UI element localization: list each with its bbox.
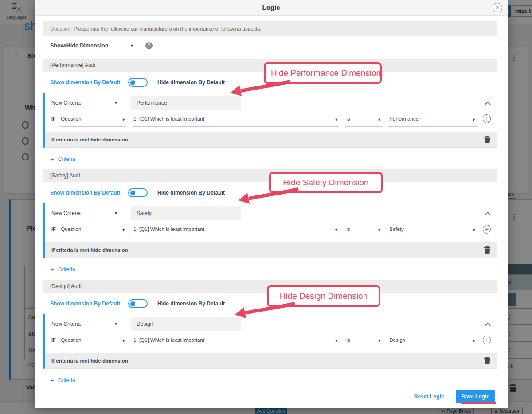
add-condition-icon[interactable]: +	[483, 225, 491, 234]
annotation-arrow	[229, 79, 292, 96]
source-type-dropdown[interactable]: Question▼	[60, 225, 126, 237]
save-button-underline-annotation	[461, 402, 496, 404]
if-label: IF	[51, 337, 60, 343]
value-dropdown[interactable]: Safety▼	[388, 225, 477, 237]
criteria-card: New Criteria▼ Design IF Question▼ 1. [Q1…	[43, 314, 497, 369]
show-default-label[interactable]: Show dimension By Default	[50, 301, 120, 307]
condition-row: IF Question▼ 1. [Q1] Which is least impo…	[45, 220, 497, 240]
plus-icon: +	[50, 376, 54, 384]
collapse-criteria-icon[interactable]	[485, 211, 491, 215]
criteria-action-bar: If criteria is met hide dimension	[45, 353, 497, 368]
add-condition-icon[interactable]: +	[483, 336, 491, 344]
operator-dropdown[interactable]: is▼	[345, 225, 382, 237]
chevron-down-icon: ▼	[114, 211, 118, 215]
logic-type-row: Show/Hide Dimension ▼ ?	[50, 42, 153, 49]
annotation-arrow	[237, 187, 300, 204]
hide-default-label: Hide dimension By Default	[157, 79, 225, 86]
source-type-dropdown[interactable]: Question▼	[60, 336, 126, 348]
hide-default-label: Hide dimension By Default	[157, 190, 225, 196]
operator-dropdown[interactable]: is▼	[345, 336, 382, 348]
criteria-name-dropdown[interactable]: New Criteria▼	[51, 210, 118, 216]
hide-default-label: Hide dimension By Default	[157, 301, 225, 307]
reset-logic-link[interactable]: Reset Logic	[414, 394, 444, 400]
source-question-dropdown[interactable]: 1. [Q1] Which is least important▼	[133, 114, 339, 127]
collapse-criteria-icon[interactable]	[485, 101, 491, 105]
value-dropdown[interactable]: Design▼	[388, 336, 477, 348]
delete-criteria-icon[interactable]	[484, 357, 491, 365]
collapse-criteria-icon[interactable]	[485, 322, 491, 326]
if-label: IF	[51, 116, 60, 121]
dimension-name-input[interactable]: Performance	[131, 96, 241, 110]
criteria-action-bar: If criteria is met hide dimension	[45, 132, 497, 147]
save-logic-button[interactable]: Save Logic	[456, 390, 495, 403]
add-criteria-button[interactable]: +Criteria	[50, 266, 497, 273]
source-type-dropdown[interactable]: Question▼	[60, 114, 126, 127]
add-criteria-button[interactable]: +Criteria	[50, 155, 497, 163]
value-dropdown[interactable]: Performance▼	[388, 114, 477, 127]
toggle-knob	[130, 301, 135, 306]
close-icon[interactable]: ✕	[493, 3, 502, 12]
question-context-bar: Question:Please rate the following car m…	[43, 21, 497, 36]
modal-title: Logic	[35, 0, 508, 15]
modal-footer: Reset Logic Save Logic	[414, 390, 495, 403]
toggle-knob	[130, 80, 135, 85]
chevron-down-icon: ▼	[114, 322, 118, 326]
modal-header: Logic ✕	[35, 0, 508, 16]
logic-modal: Logic ✕ Question:Please rate the followi…	[35, 0, 508, 408]
chevron-down-icon[interactable]: ▼	[130, 43, 134, 48]
criteria-card: New Criteria▼ Safety IF Question▼ 1. [Q1…	[43, 203, 497, 258]
operator-dropdown[interactable]: is▼	[345, 114, 382, 127]
criteria-name-dropdown[interactable]: New Criteria▼	[51, 321, 118, 327]
criteria-card: New Criteria▼ Performance IF Question▼ 1…	[43, 93, 497, 148]
source-question-dropdown[interactable]: 1. [Q1] Which is least important▼	[133, 225, 339, 237]
toggle-knob	[130, 191, 135, 195]
annotation-arrow	[234, 301, 297, 318]
add-criteria-button[interactable]: +Criteria	[50, 376, 497, 384]
show-default-label[interactable]: Show dimension By Default	[50, 79, 120, 86]
condition-row: IF Question▼ 1. [Q1] Which is least impo…	[45, 331, 497, 351]
add-condition-icon[interactable]: +	[483, 114, 491, 123]
dimension-name-input[interactable]: Design	[131, 317, 241, 331]
condition-row: IF Question▼ 1. [Q1] Which is least impo…	[45, 110, 497, 129]
help-icon[interactable]: ?	[145, 42, 153, 49]
delete-criteria-icon[interactable]	[484, 136, 491, 144]
logic-type-dropdown[interactable]: Show/Hide Dimension	[50, 43, 130, 49]
criteria-name-dropdown[interactable]: New Criteria▼	[51, 100, 118, 106]
dimension-name-input[interactable]: Safety	[131, 206, 241, 220]
default-toggle[interactable]	[128, 188, 148, 197]
criteria-action-bar: If criteria is met hide dimension	[45, 242, 497, 258]
show-default-label[interactable]: Show dimension By Default	[50, 190, 120, 196]
default-toggle[interactable]	[128, 78, 148, 87]
plus-icon: +	[50, 155, 54, 163]
if-label: IF	[51, 227, 60, 232]
source-question-dropdown[interactable]: 1. [Q1] Which is least important▼	[133, 336, 339, 348]
plus-icon: +	[50, 266, 54, 273]
criteria-title-row: New Criteria▼ Safety	[45, 203, 497, 220]
delete-criteria-icon[interactable]	[484, 246, 491, 254]
default-toggle[interactable]	[128, 299, 148, 308]
chevron-down-icon: ▼	[114, 101, 118, 105]
